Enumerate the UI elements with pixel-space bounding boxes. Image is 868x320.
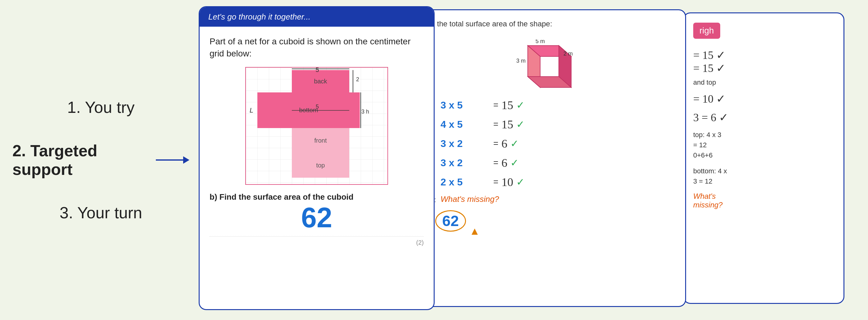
svg-text:5 m: 5 m — [535, 39, 545, 44]
svg-text:3 h: 3 h — [361, 109, 369, 115]
answer-number: 62 — [210, 202, 424, 234]
svg-text:2: 2 — [356, 76, 359, 82]
net-front: front — [292, 128, 349, 153]
third-line-1: = 15 ✓ — [693, 49, 834, 62]
righ-badge: righ — [693, 23, 720, 39]
calc-row-top: Top: 2 x 5 = 10 ✓ — [412, 175, 674, 189]
3d-box-svg: 5 m 3 m 2 m — [509, 39, 578, 89]
q-text: Find the total surface area of the shape… — [420, 20, 552, 28]
question-b: b) Find the surface area of the cuboid — [210, 192, 424, 202]
card-second: 2 Find the total surface area of the sha… — [400, 9, 686, 307]
total-value: 62 — [435, 210, 466, 232]
calc-row-back: Back: 4 x 5 = 15 ✓ — [412, 117, 674, 131]
3d-box-container: 5 m 3 m 2 m — [412, 39, 674, 89]
calc-row-front: Front: 3 x 5 = 15 ✓ — [412, 98, 674, 112]
step-2-arrow — [156, 157, 189, 163]
third-line-10: 3 = 12 — [693, 176, 834, 186]
calc-row-left: Left: 3 x 2 = 6 ✓ — [412, 137, 674, 150]
step-1: 1. You try — [67, 98, 135, 116]
card-header: Let's go through it together... — [199, 7, 434, 27]
net-top: top — [292, 153, 349, 178]
third-line-6: top: 4 x 3 — [693, 130, 834, 140]
third-line-9: bottom: 4 x — [693, 166, 834, 176]
net-back: back — [292, 70, 349, 93]
calc-rows: Front: 3 x 5 = 15 ✓ Back: 4 x 5 = 15 ✓ L… — [412, 98, 674, 204]
net-bottom: bottom — [257, 93, 360, 128]
svg-text:L: L — [250, 106, 253, 114]
calc-row-bottom: Bottom: What's missing? — [412, 194, 674, 204]
svg-marker-7 — [471, 228, 478, 235]
card-body: Part of a net for a cuboid is shown on t… — [199, 27, 434, 255]
card-main: Let's go through it together... Part of … — [199, 6, 435, 310]
third-line-7: = 12 — [693, 140, 834, 150]
svg-text:3 m: 3 m — [516, 58, 526, 64]
orange-arrow — [468, 228, 686, 242]
third-line-5: 3 = 6 ✓ — [693, 111, 834, 124]
third-line-2: = 15 ✓ — [693, 62, 834, 75]
answer-footnote: (2) — [210, 236, 424, 246]
step-3: 3. Your turn — [60, 204, 142, 222]
calc-row-right: Right: 3 x 2 = 6 ✓ — [412, 156, 674, 170]
cards-area: righ = 15 ✓ = 15 ✓ and top = 10 ✓ 3 = 6 … — [199, 6, 850, 314]
whats-missing: What's missing? — [440, 194, 499, 204]
net-diagram: back bottom front top 5 2 5 — [245, 67, 388, 185]
third-whats-missing: What'smissing? — [693, 192, 834, 209]
third-line-4: = 10 ✓ — [693, 93, 834, 105]
third-line-8: 0+6+6 — [693, 150, 834, 160]
card-third: righ = 15 ✓ = 15 ✓ and top = 10 ✓ 3 = 6 … — [683, 12, 844, 304]
step-2: 2. Targeted support — [12, 141, 189, 179]
svg-text:2 m: 2 m — [563, 50, 573, 57]
card-intro: Part of a net for a cuboid is shown on t… — [210, 35, 424, 60]
steps-panel: 1. You try 2. Targeted support 3. Your t… — [0, 0, 202, 320]
third-line-3: and top — [693, 77, 834, 87]
